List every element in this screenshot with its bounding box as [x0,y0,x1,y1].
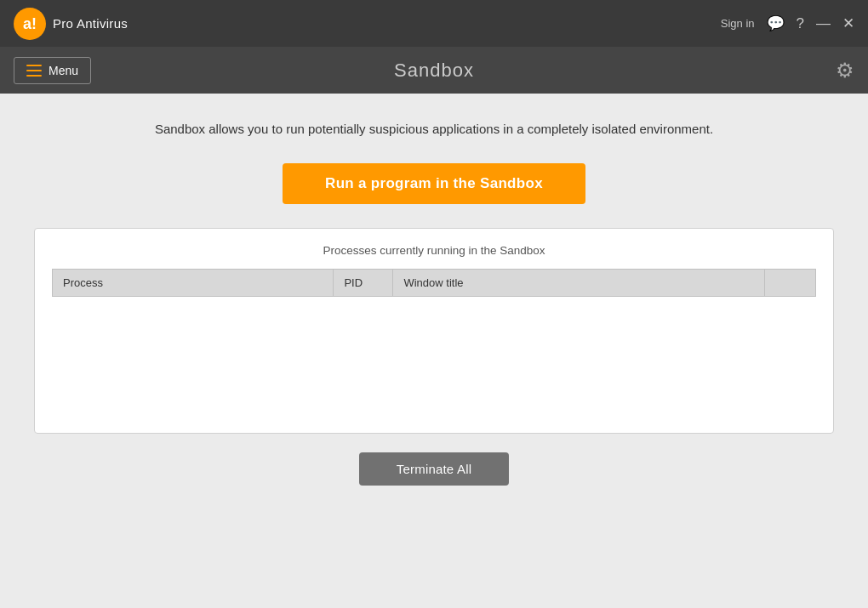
menu-label: Menu [49,64,78,77]
chat-icon[interactable]: 💬 [767,16,785,31]
close-icon[interactable]: ✕ [842,16,854,31]
run-sandbox-button[interactable]: Run a program in the Sandbox [283,163,585,204]
hamburger-icon [26,65,42,77]
minimize-icon[interactable]: — [816,16,831,31]
toolbar-title: Sandbox [394,60,474,82]
settings-gear-icon[interactable]: ⚙ [836,59,854,82]
table-header: Process PID Window title [53,270,816,297]
processes-label: Processes currently running in the Sandb… [52,244,816,257]
column-actions [765,270,816,297]
toolbar: Menu Sandbox ⚙ [0,47,868,94]
description-text: Sandbox allows you to run potentially su… [85,119,783,139]
svg-text:a!: a! [23,15,37,32]
app-name: Pro Antivirus [53,16,128,31]
processes-panel: Processes currently running in the Sandb… [34,228,834,434]
avast-logo-icon: a! [14,8,46,40]
help-icon[interactable]: ? [797,16,804,31]
menu-button[interactable]: Menu [14,57,91,84]
window-controls: Sign in 💬 ? — ✕ [721,16,854,31]
table-body [53,297,816,416]
column-pid: PID [334,270,393,297]
column-process: Process [53,270,334,297]
table-empty-row [53,297,816,416]
column-window-title: Window title [393,270,765,297]
title-bar: a! Pro Antivirus Sign in 💬 ? — ✕ [0,0,868,47]
sign-in-button[interactable]: Sign in [721,17,755,30]
terminate-all-button[interactable]: Terminate All [359,452,509,486]
main-content: Sandbox allows you to run potentially su… [0,94,868,608]
logo-area: a! Pro Antivirus [14,8,128,40]
processes-table: Process PID Window title [52,269,816,416]
